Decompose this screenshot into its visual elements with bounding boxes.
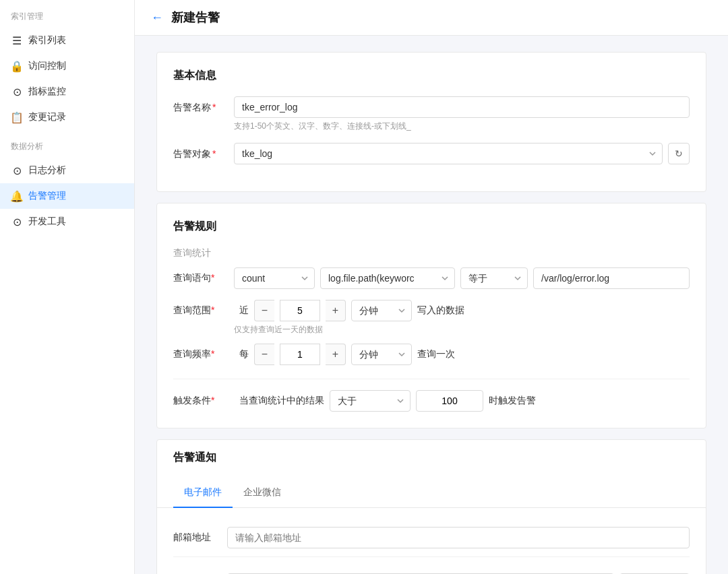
query-count-select[interactable]: count sum avg max min (234, 267, 315, 289)
sidebar-section-index: 索引管理 (0, 0, 134, 28)
trigger-operator-select[interactable]: 大于 小于 等于 大于等于 小于等于 (330, 390, 411, 412)
alert-rules-card: 告警规则 查询统计 查询语句* count sum avg max min (156, 203, 706, 428)
page-header: ← 新建告警 (135, 0, 728, 36)
alert-name-label: 告警名称* (173, 96, 234, 114)
trigger-row: 触发条件* 当查询统计中的结果 大于 小于 等于 大于等于 小于等于 时触发告警 (173, 379, 690, 412)
refresh-button[interactable]: ↻ (668, 143, 690, 164)
notification-header: 告警通知 (157, 440, 706, 465)
verif-row: 验证码 获取验证码 (173, 565, 690, 574)
notification-body: 邮箱地址 验证码 获取验证码 (157, 508, 706, 574)
alert-target-content: tke_log ↻ (234, 143, 690, 164)
query-label: 查询语句* (173, 272, 234, 284)
range-value-input[interactable] (280, 300, 320, 321)
alert-name-input[interactable] (234, 96, 690, 118)
alert-target-select[interactable]: tke_log (234, 143, 663, 164)
sidebar-item-index-list[interactable]: ☰ 索引列表 (0, 28, 134, 53)
basic-info-card: 基本信息 告警名称* 支持1-50个英文、汉字、数字、连接线-或下划线_ 告警对… (156, 52, 706, 192)
trigger-label: 触发条件* (173, 395, 234, 407)
trigger-controls: 当查询统计中的结果 大于 小于 等于 大于等于 小于等于 时触发告警 (239, 390, 536, 412)
query-field-select[interactable]: log.file.path(keyworc log.level message (320, 267, 455, 289)
sidebar-section-data: 数据分析 (0, 130, 134, 158)
range-decrement-button[interactable]: − (254, 300, 274, 321)
freq-value-input[interactable] (280, 344, 320, 365)
freq-unit-select[interactable]: 分钟 小时 (351, 344, 412, 365)
page-title: 新建告警 (171, 9, 220, 26)
freq-label: 查询频率* (173, 348, 234, 360)
email-row: 邮箱地址 (173, 519, 690, 557)
tab-email[interactable]: 电子邮件 (173, 478, 233, 508)
devtools-icon: ⊙ (11, 216, 23, 228)
freq-decrement-button[interactable]: − (254, 344, 274, 365)
freq-controls: 每 − + 分钟 小时 查询一次 (239, 344, 455, 365)
back-button[interactable]: ← (151, 11, 163, 25)
range-label: 查询范围* (173, 305, 234, 317)
sidebar-item-alert-mgmt[interactable]: 🔔 告警管理 (0, 183, 134, 209)
trigger-value-input[interactable] (416, 390, 483, 412)
changelog-icon: 📋 (11, 111, 23, 123)
notification-card: 告警通知 电子邮件 企业微信 邮箱地址 验证码 (156, 439, 706, 574)
notification-tabs: 电子邮件 企业微信 (157, 478, 706, 508)
alert-target-row: 告警对象* tke_log ↻ (173, 143, 690, 164)
metric-icon: ⊙ (11, 86, 23, 98)
query-value-input[interactable] (533, 267, 690, 289)
query-row: 查询语句* count sum avg max min log.file.pat… (173, 267, 690, 289)
alert-name-hint: 支持1-50个英文、汉字、数字、连接线-或下划线_ (234, 121, 690, 132)
alert-target-select-row: tke_log ↻ (234, 143, 690, 164)
sidebar-item-change-log[interactable]: 📋 变更记录 (0, 104, 134, 130)
range-hint: 仅支持查询近一天的数据 (234, 324, 690, 336)
lock-icon: 🔒 (11, 60, 23, 72)
range-container: 查询范围* 近 − + 分钟 小时 天 写入的数据 (173, 300, 690, 336)
tab-wechat[interactable]: 企业微信 (233, 478, 292, 508)
alert-icon: 🔔 (11, 190, 23, 202)
notification-title: 告警通知 (173, 451, 690, 465)
range-controls: 近 − + 分钟 小时 天 写入的数据 (239, 300, 464, 321)
freq-increment-button[interactable]: + (326, 344, 346, 365)
range-unit-select[interactable]: 分钟 小时 天 (351, 300, 412, 321)
page-body: 基本信息 告警名称* 支持1-50个英文、汉字、数字、连接线-或下划线_ 告警对… (135, 36, 728, 574)
query-operator-select[interactable]: 等于 大于 小于 不等于 (460, 267, 528, 289)
query-stat-label: 查询统计 (173, 247, 690, 259)
alert-name-row: 告警名称* 支持1-50个英文、汉字、数字、连接线-或下划线_ (173, 96, 690, 132)
basic-info-title: 基本信息 (173, 69, 690, 83)
email-input[interactable] (227, 527, 690, 548)
sidebar: 索引管理 ☰ 索引列表 🔒 访问控制 ⊙ 指标监控 📋 变更记录 数据分析 ⊙ … (0, 0, 135, 574)
alert-target-label: 告警对象* (173, 143, 234, 160)
alert-name-content: 支持1-50个英文、汉字、数字、连接线-或下划线_ (234, 96, 690, 132)
sidebar-item-log-analysis[interactable]: ⊙ 日志分析 (0, 158, 134, 183)
sidebar-item-access-control[interactable]: 🔒 访问控制 (0, 53, 134, 79)
log-icon: ⊙ (11, 164, 23, 177)
range-increment-button[interactable]: + (326, 300, 346, 321)
list-icon: ☰ (11, 34, 23, 46)
email-label: 邮箱地址 (173, 532, 227, 544)
alert-rules-title: 告警规则 (173, 220, 690, 234)
sidebar-item-dev-tools[interactable]: ⊙ 开发工具 (0, 209, 134, 234)
freq-row: 查询频率* 每 − + 分钟 小时 查询一次 (173, 344, 690, 365)
range-row: 查询范围* 近 − + 分钟 小时 天 写入的数据 (173, 300, 690, 321)
sidebar-item-metric-monitor[interactable]: ⊙ 指标监控 (0, 79, 134, 104)
main-area: ← 新建告警 基本信息 告警名称* 支持1-50个英文、汉字、数字、连接线-或下… (135, 0, 728, 574)
